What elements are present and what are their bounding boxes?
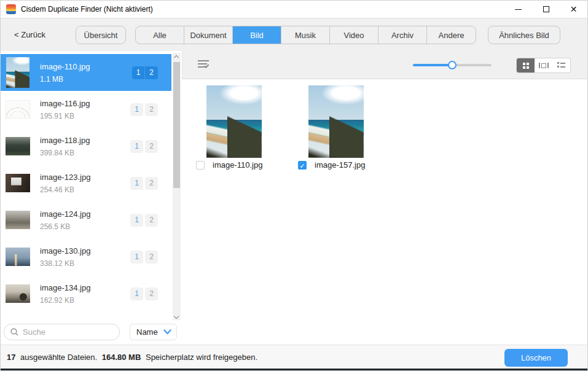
duplicate-count-badges: 1 2 [130,140,158,153]
coverflow-icon [539,63,549,68]
list-icon [557,62,565,69]
image-card[interactable]: image-110.jpg [196,85,262,170]
badge-1[interactable]: 1 [132,66,145,79]
tab-video[interactable]: Video [330,26,378,44]
minimize-icon [515,9,522,10]
grid-icon [523,63,529,69]
list-item[interactable]: image-134.jpg 162.92 KB 1 2 [1,275,171,312]
photo-file-name: image-157.jpg [315,160,365,170]
close-button[interactable]: ✕ [560,1,587,18]
badge-1[interactable]: 1 [130,140,143,153]
tab-archiv[interactable]: Archiv [378,26,427,44]
back-button[interactable]: < Zurück [14,30,45,39]
scrollbar-thumb[interactable] [173,62,180,188]
select-checkbox-unchecked[interactable] [196,161,205,170]
badge-2[interactable]: 2 [145,251,158,264]
badge-1[interactable]: 1 [130,103,143,116]
scroll-up-icon[interactable] [174,55,179,60]
list-item[interactable]: image-123.jpg 254.46 KB 1 2 [1,165,171,201]
file-size: 162.92 KB [40,296,130,305]
search-box[interactable] [4,324,120,340]
freed-size: 164.80 MB [102,353,141,362]
chevron-down-icon [163,329,171,335]
file-name: image-134.jpg [40,283,130,292]
list-item[interactable]: image-116.jpg 195.91 KB 1 2 [1,91,171,128]
file-name: image-124.jpg [40,209,130,219]
list-item[interactable]: image-118.jpg 399.84 KB 1 2 [1,128,171,165]
maximize-button[interactable] [532,1,560,18]
minimize-button[interactable] [504,1,532,18]
thumbnail-zoom-slider[interactable] [413,64,492,66]
titlebar: Cisdem Duplicate Finder (Nicht aktiviert… [1,1,587,18]
statusbar: 17 ausgewählte Dateien. 164.80 MB Speich… [1,345,587,370]
file-name: image-123.jpg [40,173,130,182]
duplicate-preview-area: image-110.jpg ✓ image-157.jpg [182,80,587,345]
tab-musik[interactable]: Musik [281,26,330,44]
duplicate-count-badges: 1 2 [130,287,158,300]
thumbnail-skyline [6,248,30,266]
similar-image-button[interactable]: Ähnliches Bild [488,26,560,44]
main-topbar [182,51,587,79]
badge-1[interactable]: 1 [130,177,143,190]
file-name: image-110.jpg [40,62,132,71]
duplicate-count-badges: 1 2 [130,103,158,116]
file-size: 399.84 KB [40,149,130,157]
file-size: 338.12 KB [40,259,130,268]
badge-2[interactable]: 2 [145,103,158,116]
tab-andere[interactable]: Andere [427,26,476,44]
badge-2[interactable]: 2 [145,177,158,190]
view-mode-toggle [516,58,571,73]
thumbnail-beach [6,57,29,88]
badge-2[interactable]: 2 [145,214,158,227]
slider-fill [413,64,452,66]
list-item[interactable]: image-130.jpg 338.12 KB 1 2 [1,238,171,275]
tab-alle[interactable]: Alle [136,26,184,44]
maximize-icon [543,6,549,12]
list-view-button[interactable] [552,58,570,72]
thumbnail-sketch [6,100,30,119]
window-title: Cisdem Duplicate Finder (Nicht aktiviert… [21,5,153,14]
list-item[interactable]: image-110.jpg 1.1 MB 1 2 [1,54,171,91]
sort-value: Name [136,327,158,337]
sidebar-scrollbar[interactable] [173,53,181,321]
tab-bild[interactable]: Bild [233,26,281,44]
select-list-icon[interactable] [198,60,210,70]
scroll-down-icon[interactable] [174,314,179,319]
app-window: Cisdem Duplicate Finder (Nicht aktiviert… [0,0,588,371]
file-size: 254.46 KB [40,186,130,194]
duplicate-count-badges: 1 2 [130,177,158,190]
thumbnail-landscape [6,137,30,155]
duplicate-count-badges: 1 2 [132,66,158,79]
selection-summary: 17 ausgewählte Dateien. 164.80 MB Speich… [7,353,260,362]
file-size: 1.1 MB [40,75,132,84]
sort-dropdown[interactable]: Name [130,324,177,340]
slider-knob[interactable] [448,61,457,69]
badge-2[interactable]: 2 [145,287,158,300]
coverflow-view-button[interactable] [535,58,552,72]
photo-preview[interactable] [206,85,262,158]
tab-dokument[interactable]: Dokument [184,26,233,44]
grid-view-button[interactable] [517,58,535,72]
file-name: image-130.jpg [40,246,130,256]
list-item[interactable]: image-124.jpg 256.5 KB 1 2 [1,201,171,238]
badge-1[interactable]: 1 [130,251,143,264]
badge-2[interactable]: 2 [145,140,158,153]
badge-1[interactable]: 1 [130,214,143,227]
overview-button[interactable]: Übersicht [76,26,126,44]
app-icon [6,4,16,14]
file-name: image-116.jpg [40,99,130,108]
search-input[interactable] [23,327,109,337]
duplicate-sidebar: image-110.jpg 1.1 MB 1 2 image-116.jpg 1… [1,51,182,345]
badge-1[interactable]: 1 [130,287,143,300]
delete-button[interactable]: Löschen [504,349,568,367]
close-icon: ✕ [570,5,578,14]
file-size: 195.91 KB [40,112,130,120]
thumbnail-ruins [6,211,30,229]
image-card[interactable]: ✓ image-157.jpg [298,85,365,170]
toolbar: < Zurück Übersicht Alle Dokument Bild Mu… [1,18,587,51]
file-size: 256.5 KB [40,222,130,231]
select-checkbox-checked[interactable]: ✓ [298,161,307,170]
badge-2[interactable]: 2 [145,66,158,79]
photo-preview[interactable] [308,85,364,158]
file-name: image-118.jpg [40,136,130,145]
